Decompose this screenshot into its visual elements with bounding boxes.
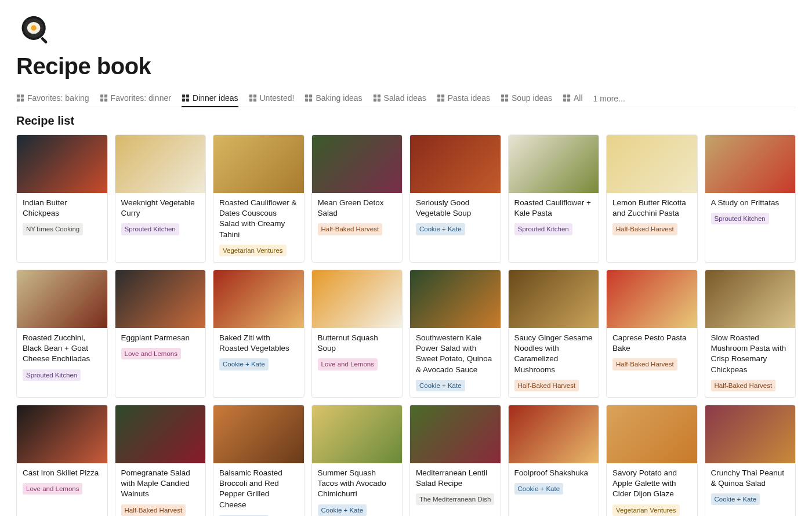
svg-rect-18 — [253, 95, 256, 97]
recipe-title: Lemon Butter Ricotta and Zucchini Pasta — [612, 198, 691, 219]
svg-rect-20 — [253, 99, 256, 101]
source-tag: Half-Baked Harvest — [121, 504, 186, 516]
recipe-card[interactable]: Lemon Butter Ricotta and Zucchini PastaH… — [606, 135, 698, 263]
recipe-card[interactable]: Mean Green Detox SaladHalf-Baked Harvest — [311, 135, 403, 263]
svg-rect-10 — [104, 95, 107, 97]
view-tab[interactable]: Soup ideas — [501, 90, 552, 107]
recipe-card[interactable]: Seriously Good Vegetable SoupCookie + Ka… — [409, 135, 501, 263]
recipe-image — [213, 135, 304, 193]
source-tag: Cookie + Kate — [416, 380, 465, 391]
svg-point-3 — [31, 26, 36, 31]
recipe-title: Baked Ziti with Roasted Vegetables — [219, 333, 298, 354]
source-tag: Half-Baked Harvest — [514, 380, 579, 391]
svg-rect-24 — [309, 99, 312, 101]
view-tab[interactable]: Untested! — [249, 90, 295, 107]
svg-rect-14 — [186, 95, 189, 97]
recipe-image — [509, 405, 599, 463]
view-tab[interactable]: Favorites: dinner — [100, 90, 171, 107]
source-tag: Half-Baked Harvest — [318, 223, 383, 235]
recipe-card[interactable]: Saucy Ginger Sesame Noodles with Caramel… — [508, 270, 600, 398]
card-body: Summer Squash Tacos with Avocado Chimich… — [312, 463, 403, 516]
source-tag: Cookie + Kate — [219, 358, 269, 370]
gallery-icon — [16, 94, 24, 102]
recipe-image — [607, 270, 697, 328]
recipe-title: Southwestern Kale Power Salad with Sweet… — [416, 333, 495, 375]
source-tag: Sprouted Kitchen — [514, 223, 572, 235]
tab-label: Favorites: baking — [27, 93, 89, 103]
recipe-card[interactable]: Foolproof ShakshukaCookie + Kate — [508, 405, 600, 516]
card-body: Baked Ziti with Roasted VegetablesCookie… — [213, 328, 304, 376]
recipe-card[interactable]: Indian Butter ChickpeasNYTimes Cooking — [16, 135, 108, 263]
recipe-image — [115, 135, 206, 193]
recipe-card[interactable]: Balsamic Roasted Broccoli and Red Pepper… — [213, 405, 304, 516]
page-icon[interactable] — [16, 12, 53, 49]
source-tag: The Mediterranean Dish — [416, 493, 494, 505]
recipe-image — [312, 270, 403, 328]
recipe-title: Saucy Ginger Sesame Noodles with Caramel… — [514, 333, 593, 375]
svg-rect-17 — [249, 95, 252, 97]
recipe-card[interactable]: Pomegranate Salad with Maple Candied Wal… — [115, 405, 206, 516]
gallery-icon — [563, 94, 571, 102]
svg-rect-12 — [104, 99, 107, 101]
svg-rect-16 — [186, 99, 189, 101]
view-tab[interactable]: Baking ideas — [304, 90, 362, 107]
source-tag: Vegetarian Ventures — [612, 504, 680, 516]
gallery-icon — [501, 94, 509, 102]
recipe-card[interactable]: Mediterranean Lentil Salad RecipeThe Med… — [409, 405, 501, 516]
recipe-card[interactable]: Eggplant ParmesanLove and Lemons — [115, 270, 206, 398]
view-tab[interactable]: All — [563, 90, 583, 107]
svg-rect-11 — [100, 99, 103, 101]
gallery-icon — [100, 94, 108, 102]
view-tab[interactable]: Dinner ideas — [182, 90, 238, 107]
card-body: Pomegranate Salad with Maple Candied Wal… — [115, 463, 206, 516]
recipe-card[interactable]: Savory Potato and Apple Galette with Cid… — [606, 405, 698, 516]
svg-rect-6 — [21, 95, 24, 97]
recipe-card[interactable]: Butternut Squash SoupLove and Lemons — [311, 270, 403, 398]
svg-rect-8 — [21, 99, 24, 101]
gallery-icon — [437, 94, 445, 102]
recipe-card[interactable]: Baked Ziti with Roasted VegetablesCookie… — [213, 270, 304, 398]
card-body: Eggplant ParmesanLove and Lemons — [115, 328, 206, 365]
svg-rect-39 — [563, 99, 566, 101]
recipe-card[interactable]: Weeknight Vegetable CurrySprouted Kitche… — [115, 135, 206, 263]
svg-rect-5 — [17, 95, 20, 97]
recipe-image — [312, 135, 403, 193]
recipe-card[interactable]: Slow Roasted Mushroom Pasta with Crisp R… — [705, 270, 796, 398]
view-tabs: Favorites: bakingFavorites: dinnerDinner… — [16, 90, 796, 107]
svg-rect-34 — [505, 95, 508, 97]
svg-rect-31 — [437, 99, 440, 101]
card-body: Caprese Pesto Pasta BakeHalf-Baked Harve… — [607, 328, 697, 376]
recipe-image — [115, 405, 206, 463]
recipe-image — [410, 405, 501, 463]
recipe-card[interactable]: A Study on FrittatasSprouted Kitchen — [705, 135, 796, 263]
source-tag: Love and Lemons — [23, 483, 82, 495]
tab-label: Favorites: dinner — [111, 93, 171, 103]
svg-rect-32 — [441, 99, 444, 101]
recipe-card[interactable]: Roasted Cauliflower + Kale PastaSprouted… — [508, 135, 600, 263]
recipe-card[interactable]: Crunchy Thai Peanut & Quinoa SaladCookie… — [705, 405, 796, 516]
recipe-card[interactable]: Roasted Zucchini, Black Bean + Goat Chee… — [16, 270, 108, 398]
more-views-button[interactable]: 1 more... — [593, 90, 625, 107]
gallery-icon — [249, 94, 257, 102]
recipe-gallery: Indian Butter ChickpeasNYTimes CookingWe… — [16, 135, 796, 516]
card-body: Southwestern Kale Power Salad with Sweet… — [410, 328, 501, 397]
svg-rect-13 — [182, 95, 185, 97]
svg-rect-7 — [17, 99, 20, 101]
recipe-title: Eggplant Parmesan — [121, 333, 200, 343]
source-tag: Love and Lemons — [318, 358, 378, 370]
recipe-card[interactable]: Southwestern Kale Power Salad with Sweet… — [409, 270, 501, 398]
view-tab[interactable]: Salad ideas — [373, 90, 426, 107]
recipe-card[interactable]: Roasted Cauliflower & Dates Couscous Sal… — [213, 135, 304, 263]
recipe-card[interactable]: Cast Iron Skillet PizzaLove and Lemons — [16, 405, 108, 516]
svg-rect-25 — [373, 95, 376, 97]
card-body: Mean Green Detox SaladHalf-Baked Harvest — [312, 193, 403, 241]
recipe-card[interactable]: Summer Squash Tacos with Avocado Chimich… — [311, 405, 403, 516]
recipe-image — [410, 270, 501, 328]
recipe-image — [607, 405, 697, 463]
svg-rect-28 — [377, 99, 380, 101]
view-tab[interactable]: Pasta ideas — [437, 90, 490, 107]
recipe-card[interactable]: Caprese Pesto Pasta BakeHalf-Baked Harve… — [606, 270, 698, 398]
card-body: Cast Iron Skillet PizzaLove and Lemons — [17, 463, 107, 500]
view-tab[interactable]: Favorites: baking — [16, 90, 89, 107]
source-tag: Cookie + Kate — [318, 504, 367, 516]
